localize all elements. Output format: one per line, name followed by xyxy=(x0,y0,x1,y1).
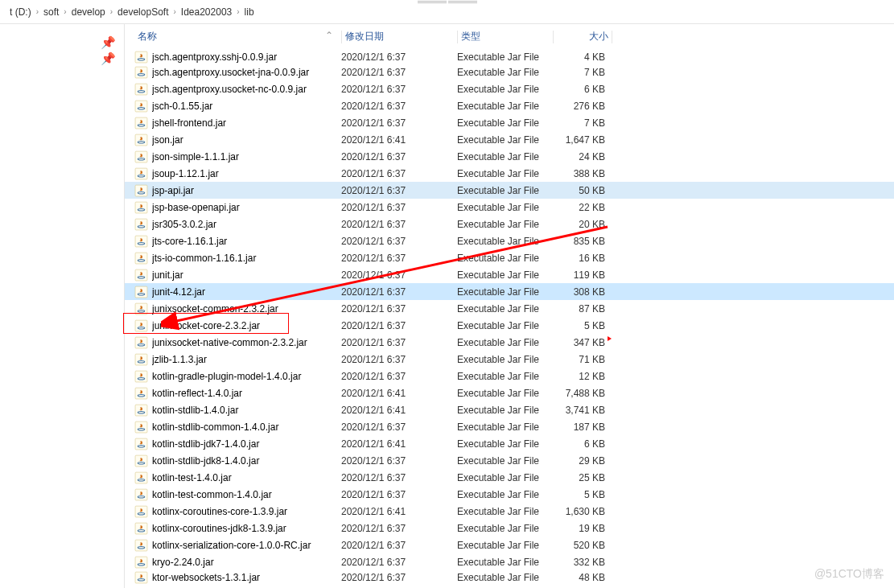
jar-file-icon xyxy=(134,487,148,501)
header-size[interactable]: 大小 xyxy=(554,30,612,43)
table-row[interactable]: junixsocket-core-2.3.2.jar2020/12/1 6:37… xyxy=(125,317,894,334)
file-list[interactable]: jsch.agentproxy.sshj-0.0.9.jar2020/12/1 … xyxy=(125,50,894,588)
table-row[interactable]: jts-core-1.16.1.jar2020/12/1 6:37Executa… xyxy=(125,232,894,249)
jar-file-icon xyxy=(134,454,148,467)
table-row[interactable]: kotlin-stdlib-1.4.0.jar2020/12/1 6:41Exe… xyxy=(125,401,894,418)
file-date: 2020/12/1 6:37 xyxy=(341,84,457,95)
file-date: 2020/12/1 6:37 xyxy=(341,421,457,433)
file-name: jsr305-3.0.2.jar xyxy=(152,219,341,230)
header-date[interactable]: 修改日期 xyxy=(342,30,457,43)
jar-file-icon xyxy=(134,133,148,146)
chevron-right-icon: › xyxy=(36,7,39,16)
table-row[interactable]: jsp-base-openapi.jar2020/12/1 6:37Execut… xyxy=(125,199,894,216)
chevron-right-icon: › xyxy=(237,7,239,16)
breadcrumb-item[interactable]: t (D:) xyxy=(10,6,31,18)
table-row[interactable]: kotlinx-coroutines-core-1.3.9.jar2020/12… xyxy=(125,503,894,520)
file-name: json-simple-1.1.1.jar xyxy=(152,151,341,162)
file-size: 50 KB xyxy=(554,185,610,196)
jar-file-icon xyxy=(134,200,148,214)
file-name: junit-4.12.jar xyxy=(152,286,341,298)
table-row[interactable]: junixsocket-common-2.3.2.jar2020/12/1 6:… xyxy=(125,300,894,317)
file-type: Executable Jar File xyxy=(457,202,554,213)
file-date: 2020/12/1 6:37 xyxy=(341,185,457,196)
breadcrumb-item[interactable]: Idea202003 xyxy=(181,6,232,18)
file-name: kotlinx-coroutines-jdk8-1.3.9.jar xyxy=(152,523,341,534)
chevron-right-icon: › xyxy=(64,7,66,16)
jar-file-icon xyxy=(134,65,148,79)
table-row[interactable]: kotlin-reflect-1.4.0.jar2020/12/1 6:41Ex… xyxy=(125,384,894,401)
file-date: 2020/12/1 6:37 xyxy=(341,219,457,230)
file-date: 2020/12/1 6:37 xyxy=(341,286,457,298)
table-row[interactable]: json.jar2020/12/1 6:41Executable Jar Fil… xyxy=(125,131,894,148)
table-row[interactable]: junixsocket-native-common-2.3.2.jar2020/… xyxy=(125,334,894,351)
jar-file-icon xyxy=(134,403,148,417)
breadcrumb-item[interactable]: lib xyxy=(245,6,254,18)
file-type: Executable Jar File xyxy=(457,540,554,551)
table-row[interactable]: kotlin-test-1.4.0.jar2020/12/1 6:37Execu… xyxy=(125,469,894,486)
file-name: jzlib-1.1.3.jar xyxy=(152,354,341,365)
table-row[interactable]: junit.jar2020/12/1 6:37Executable Jar Fi… xyxy=(125,266,894,283)
file-date: 2020/12/1 6:37 xyxy=(341,523,457,534)
address-bar[interactable]: t (D:)›soft›develop›developSoft›Idea2020… xyxy=(0,0,894,24)
file-type: Executable Jar File xyxy=(457,67,554,78)
table-row[interactable]: jsch-0.1.55.jar2020/12/1 6:37Executable … xyxy=(125,97,894,114)
jar-file-icon xyxy=(134,570,148,584)
file-date: 2020/12/1 6:37 xyxy=(341,236,457,247)
file-type: Executable Jar File xyxy=(457,151,554,162)
table-row[interactable]: kotlin-stdlib-common-1.4.0.jar2020/12/1 … xyxy=(125,418,894,435)
header-type[interactable]: 类型 xyxy=(458,30,553,43)
file-type: Executable Jar File xyxy=(457,101,554,112)
jar-file-icon xyxy=(134,471,148,484)
breadcrumb-item[interactable]: soft xyxy=(43,6,59,18)
file-date: 2020/12/1 6:37 xyxy=(341,320,457,331)
nav-pane[interactable]: 📌 📌 xyxy=(0,24,125,588)
table-row[interactable]: json-simple-1.1.1.jar2020/12/1 6:37Execu… xyxy=(125,148,894,165)
breadcrumb-item[interactable]: develop xyxy=(72,6,105,18)
jar-file-icon xyxy=(134,521,148,535)
chevron-right-icon: › xyxy=(110,7,113,16)
pin-icon[interactable]: 📌 xyxy=(101,35,116,50)
table-row[interactable]: jsoup-1.12.1.jar2020/12/1 6:37Executable… xyxy=(125,165,894,182)
header-name[interactable]: 名称 ⌃ xyxy=(134,30,341,43)
pin-icon[interactable]: 📌 xyxy=(101,51,116,66)
breadcrumb-item[interactable]: developSoft xyxy=(117,6,168,18)
file-size: 24 KB xyxy=(554,151,610,162)
table-row[interactable]: jsr305-3.0.2.jar2020/12/1 6:37Executable… xyxy=(125,216,894,232)
jar-file-icon xyxy=(134,538,148,552)
file-type: Executable Jar File xyxy=(457,168,554,179)
table-row[interactable]: kotlin-gradle-plugin-model-1.4.0.jar2020… xyxy=(125,368,894,384)
file-name: kotlin-test-common-1.4.0.jar xyxy=(152,489,341,500)
table-row[interactable]: jshell-frontend.jar2020/12/1 6:37Executa… xyxy=(125,114,894,131)
table-row[interactable]: kotlinx-coroutines-jdk8-1.3.9.jar2020/12… xyxy=(125,520,894,537)
table-row[interactable]: jsch.agentproxy.sshj-0.0.9.jar2020/12/1 … xyxy=(125,50,894,64)
file-type: Executable Jar File xyxy=(457,84,554,95)
table-row[interactable]: kotlin-test-common-1.4.0.jar2020/12/1 6:… xyxy=(125,486,894,503)
table-row[interactable]: kotlinx-serialization-core-1.0.0-RC.jar2… xyxy=(125,537,894,553)
jar-file-icon xyxy=(134,217,148,231)
file-size: 19 KB xyxy=(554,523,610,534)
table-row[interactable]: junit-4.12.jar2020/12/1 6:37Executable J… xyxy=(125,283,894,300)
table-row[interactable]: kotlin-stdlib-jdk8-1.4.0.jar2020/12/1 6:… xyxy=(125,452,894,469)
table-row[interactable]: kotlin-stdlib-jdk7-1.4.0.jar2020/12/1 6:… xyxy=(125,435,894,452)
table-row[interactable]: jsch.agentproxy.usocket-jna-0.0.9.jar202… xyxy=(125,64,894,80)
file-date: 2020/12/1 6:37 xyxy=(341,540,457,551)
file-date: 2020/12/1 6:37 xyxy=(341,253,457,264)
table-row[interactable]: jsch.agentproxy.usocket-nc-0.0.9.jar2020… xyxy=(125,80,894,97)
jar-file-icon xyxy=(134,268,148,282)
file-type: Executable Jar File xyxy=(457,236,554,247)
table-row[interactable]: jsp-api.jar2020/12/1 6:37Executable Jar … xyxy=(125,182,894,199)
jar-file-icon xyxy=(134,167,148,180)
file-type: Executable Jar File xyxy=(457,354,554,365)
table-row[interactable]: jts-io-common-1.16.1.jar2020/12/1 6:37Ex… xyxy=(125,249,894,266)
table-row[interactable]: ktor-websockets-1.3.1.jar2020/12/1 6:37E… xyxy=(125,570,894,584)
table-row[interactable]: jzlib-1.1.3.jar2020/12/1 6:37Executable … xyxy=(125,351,894,368)
jar-file-icon xyxy=(134,335,148,349)
jar-file-icon xyxy=(134,285,148,298)
file-size: 119 KB xyxy=(554,269,610,281)
table-row[interactable]: kryo-2.24.0.jar2020/12/1 6:37Executable … xyxy=(125,553,894,570)
column-headers[interactable]: 名称 ⌃ 修改日期 类型 大小 xyxy=(125,24,894,50)
jar-file-icon xyxy=(134,555,148,569)
jar-file-icon xyxy=(134,420,148,434)
jar-file-icon xyxy=(134,319,148,332)
file-size: 7,488 KB xyxy=(554,388,610,399)
